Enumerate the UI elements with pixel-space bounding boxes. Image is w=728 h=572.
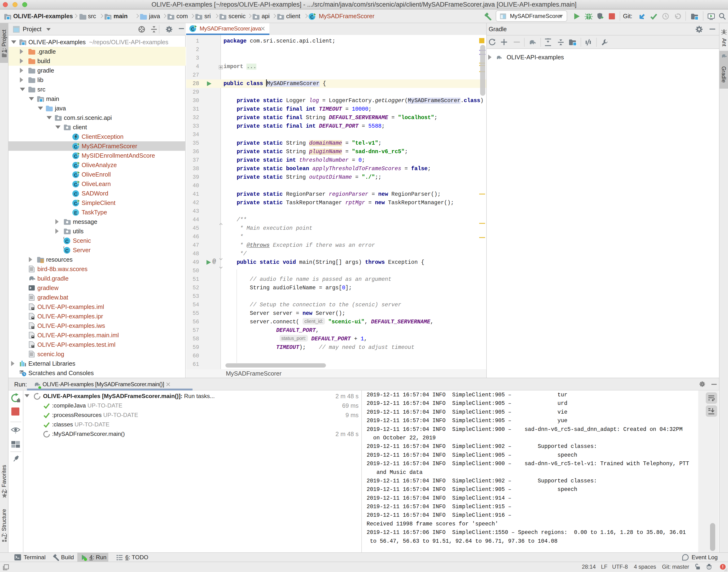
svg-text:E: E xyxy=(74,210,77,216)
svg-text:C: C xyxy=(65,239,69,244)
svg-text:C: C xyxy=(191,26,194,32)
svg-text:C: C xyxy=(310,14,314,20)
svg-text:C: C xyxy=(65,248,69,254)
svg-text:C: C xyxy=(74,182,77,187)
svg-text:C: C xyxy=(74,201,77,206)
svg-text:C: C xyxy=(74,163,77,168)
svg-text:C: C xyxy=(74,144,77,149)
svg-text:C: C xyxy=(74,154,77,159)
svg-text:C: C xyxy=(74,192,77,197)
svg-text:C: C xyxy=(74,172,77,178)
